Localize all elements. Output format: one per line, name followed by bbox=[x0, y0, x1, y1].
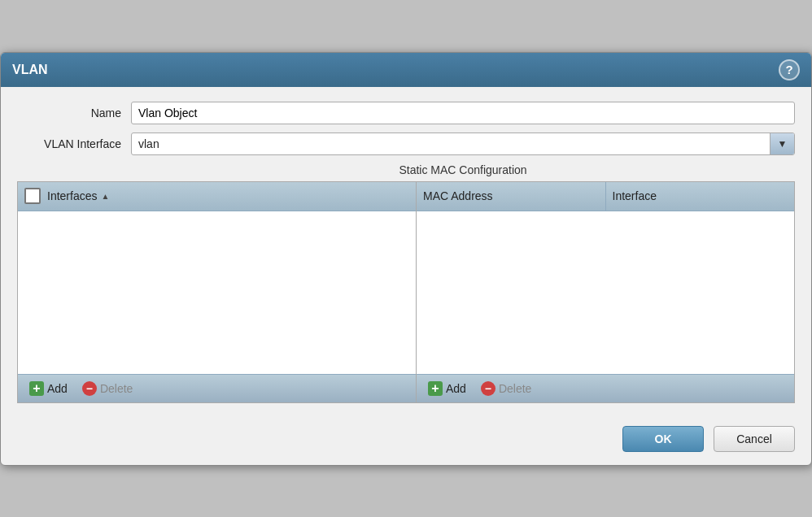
title-bar: VLAN ? bbox=[1, 53, 811, 87]
interfaces-add-label: Add bbox=[47, 382, 68, 395]
help-button[interactable]: ? bbox=[779, 59, 800, 80]
static-mac-section-title: Static MAC Configuration bbox=[131, 163, 795, 176]
interfaces-checkbox[interactable] bbox=[24, 188, 41, 204]
vlan-dialog: VLAN ? Name VLAN Interface vlan ▼ Static… bbox=[0, 52, 812, 466]
vlan-interface-row: VLAN Interface vlan ▼ bbox=[17, 133, 795, 155]
add-icon: + bbox=[29, 381, 44, 396]
static-mac-panel: MAC Address Interface + Add − Delete bbox=[417, 182, 794, 402]
dialog-body: Name VLAN Interface vlan ▼ Static MAC Co… bbox=[1, 87, 811, 415]
static-mac-delete-label: Delete bbox=[499, 382, 531, 395]
name-row: Name bbox=[17, 102, 795, 124]
interfaces-add-button[interactable]: + Add bbox=[26, 380, 71, 398]
vlan-interface-select[interactable]: vlan ▼ bbox=[131, 133, 795, 155]
dialog-footer: OK Cancel bbox=[1, 415, 811, 465]
static-mac-footer: + Add − Delete bbox=[417, 374, 794, 402]
cancel-button[interactable]: Cancel bbox=[714, 426, 795, 452]
interfaces-delete-label: Delete bbox=[100, 382, 133, 395]
vlan-interface-value: vlan bbox=[132, 133, 770, 155]
interface-column-label: Interface bbox=[606, 182, 795, 211]
interfaces-panel: Interfaces ▲ + Add − Delete bbox=[18, 182, 417, 402]
static-mac-add-label: Add bbox=[446, 382, 466, 395]
mac-add-icon: + bbox=[428, 381, 443, 396]
interfaces-footer: + Add − Delete bbox=[18, 374, 416, 402]
tables-area: Interfaces ▲ + Add − Delete bbox=[17, 181, 795, 403]
vlan-interface-label: VLAN Interface bbox=[17, 137, 131, 150]
interfaces-table-body bbox=[18, 211, 416, 374]
interfaces-delete-button[interactable]: − Delete bbox=[79, 380, 136, 398]
help-icon: ? bbox=[785, 63, 792, 76]
name-label: Name bbox=[17, 106, 131, 119]
interfaces-header: Interfaces ▲ bbox=[18, 182, 416, 211]
static-mac-header: MAC Address Interface bbox=[417, 182, 794, 211]
static-mac-table-body bbox=[417, 211, 794, 374]
interfaces-column-label: Interfaces ▲ bbox=[47, 189, 109, 202]
static-mac-delete-button[interactable]: − Delete bbox=[478, 380, 535, 398]
mac-address-column-label: MAC Address bbox=[417, 182, 606, 211]
dropdown-arrow-icon[interactable]: ▼ bbox=[770, 133, 794, 154]
sort-arrow-icon[interactable]: ▲ bbox=[101, 192, 109, 201]
mac-delete-icon: − bbox=[481, 381, 495, 396]
delete-icon: − bbox=[82, 381, 97, 396]
dialog-title: VLAN bbox=[12, 63, 48, 77]
ok-button[interactable]: OK bbox=[622, 426, 704, 452]
static-mac-add-button[interactable]: + Add bbox=[425, 380, 469, 398]
name-input[interactable] bbox=[131, 102, 795, 124]
